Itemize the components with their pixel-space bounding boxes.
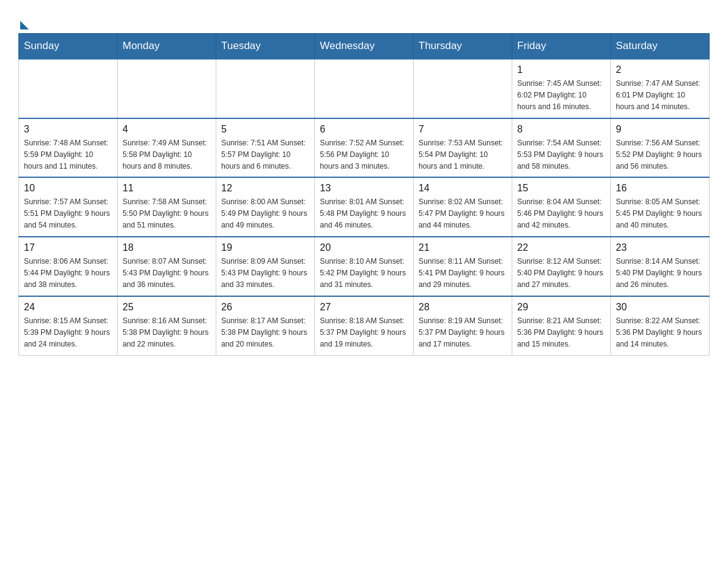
day-info: Sunrise: 7:47 AM Sunset: 6:01 PM Dayligh… [616,78,704,113]
day-number: 29 [517,302,605,313]
day-info: Sunrise: 8:15 AM Sunset: 5:39 PM Dayligh… [24,315,112,350]
calendar-cell: 28Sunrise: 8:19 AM Sunset: 5:37 PM Dayli… [414,296,512,355]
logo-arrow-icon [20,21,29,29]
day-number: 16 [616,183,704,194]
day-number: 9 [616,124,704,135]
day-info: Sunrise: 7:56 AM Sunset: 5:52 PM Dayligh… [616,137,704,172]
calendar-cell: 30Sunrise: 8:22 AM Sunset: 5:36 PM Dayli… [611,296,710,355]
calendar-header-row: SundayMondayTuesdayWednesdayThursdayFrid… [19,34,710,59]
day-info: Sunrise: 7:52 AM Sunset: 5:56 PM Dayligh… [320,137,408,172]
day-info: Sunrise: 8:21 AM Sunset: 5:36 PM Dayligh… [517,315,605,350]
calendar-cell: 22Sunrise: 8:12 AM Sunset: 5:40 PM Dayli… [512,237,611,296]
calendar-cell: 4Sunrise: 7:49 AM Sunset: 5:58 PM Daylig… [118,118,216,178]
calendar-cell: 21Sunrise: 8:11 AM Sunset: 5:41 PM Dayli… [414,237,512,296]
day-number: 22 [517,242,605,253]
day-info: Sunrise: 8:00 AM Sunset: 5:49 PM Dayligh… [221,196,309,231]
calendar-cell: 8Sunrise: 7:54 AM Sunset: 5:53 PM Daylig… [512,118,611,178]
day-info: Sunrise: 8:18 AM Sunset: 5:37 PM Dayligh… [320,315,408,350]
day-info: Sunrise: 8:12 AM Sunset: 5:40 PM Dayligh… [517,256,605,291]
calendar-cell: 17Sunrise: 8:06 AM Sunset: 5:44 PM Dayli… [19,237,118,296]
day-number: 13 [320,183,408,194]
calendar-header-saturday: Saturday [611,34,710,59]
day-info: Sunrise: 8:17 AM Sunset: 5:38 PM Dayligh… [221,315,309,350]
day-number: 19 [221,242,309,253]
calendar-cell [315,59,414,118]
day-info: Sunrise: 8:11 AM Sunset: 5:41 PM Dayligh… [419,256,507,291]
calendar-cell: 1Sunrise: 7:45 AM Sunset: 6:02 PM Daylig… [512,59,611,118]
calendar-cell: 20Sunrise: 8:10 AM Sunset: 5:42 PM Dayli… [315,237,414,296]
calendar-cell: 25Sunrise: 8:16 AM Sunset: 5:38 PM Dayli… [118,296,216,355]
day-info: Sunrise: 8:22 AM Sunset: 5:36 PM Dayligh… [616,315,704,350]
day-number: 26 [221,302,309,313]
calendar-cell: 5Sunrise: 7:51 AM Sunset: 5:57 PM Daylig… [216,118,315,178]
calendar-header-friday: Friday [512,34,611,59]
day-info: Sunrise: 8:05 AM Sunset: 5:45 PM Dayligh… [616,196,704,231]
day-number: 30 [616,302,704,313]
day-info: Sunrise: 8:02 AM Sunset: 5:47 PM Dayligh… [419,196,507,231]
calendar-week-2: 3Sunrise: 7:48 AM Sunset: 5:59 PM Daylig… [19,118,710,178]
calendar-cell [118,59,216,118]
day-number: 20 [320,242,408,253]
day-info: Sunrise: 8:19 AM Sunset: 5:37 PM Dayligh… [419,315,507,350]
calendar-cell: 27Sunrise: 8:18 AM Sunset: 5:37 PM Dayli… [315,296,414,355]
calendar-week-5: 24Sunrise: 8:15 AM Sunset: 5:39 PM Dayli… [19,296,710,355]
calendar-cell: 23Sunrise: 8:14 AM Sunset: 5:40 PM Dayli… [611,237,710,296]
calendar-week-3: 10Sunrise: 7:57 AM Sunset: 5:51 PM Dayli… [19,177,710,237]
calendar-cell: 15Sunrise: 8:04 AM Sunset: 5:46 PM Dayli… [512,177,611,237]
calendar-cell [414,59,512,118]
day-info: Sunrise: 7:54 AM Sunset: 5:53 PM Dayligh… [517,137,605,172]
day-number: 5 [221,124,309,135]
day-info: Sunrise: 8:04 AM Sunset: 5:46 PM Dayligh… [517,196,605,231]
calendar-cell: 18Sunrise: 8:07 AM Sunset: 5:43 PM Dayli… [118,237,216,296]
day-info: Sunrise: 7:49 AM Sunset: 5:58 PM Dayligh… [123,137,211,172]
day-info: Sunrise: 8:09 AM Sunset: 5:43 PM Dayligh… [221,256,309,291]
day-number: 21 [419,242,507,253]
day-number: 10 [24,183,112,194]
day-info: Sunrise: 7:48 AM Sunset: 5:59 PM Dayligh… [24,137,112,172]
logo-general-text [18,18,29,29]
calendar-cell: 26Sunrise: 8:17 AM Sunset: 5:38 PM Dayli… [216,296,315,355]
page-header [18,12,710,27]
calendar-table: SundayMondayTuesdayWednesdayThursdayFrid… [18,33,710,356]
calendar-cell: 6Sunrise: 7:52 AM Sunset: 5:56 PM Daylig… [315,118,414,178]
day-info: Sunrise: 8:07 AM Sunset: 5:43 PM Dayligh… [123,256,211,291]
calendar-cell: 11Sunrise: 7:58 AM Sunset: 5:50 PM Dayli… [118,177,216,237]
calendar-cell: 16Sunrise: 8:05 AM Sunset: 5:45 PM Dayli… [611,177,710,237]
calendar-cell: 7Sunrise: 7:53 AM Sunset: 5:54 PM Daylig… [414,118,512,178]
day-info: Sunrise: 7:51 AM Sunset: 5:57 PM Dayligh… [221,137,309,172]
calendar-cell: 12Sunrise: 8:00 AM Sunset: 5:49 PM Dayli… [216,177,315,237]
day-number: 24 [24,302,112,313]
calendar-cell: 3Sunrise: 7:48 AM Sunset: 5:59 PM Daylig… [19,118,118,178]
day-info: Sunrise: 7:57 AM Sunset: 5:51 PM Dayligh… [24,196,112,231]
calendar-cell: 24Sunrise: 8:15 AM Sunset: 5:39 PM Dayli… [19,296,118,355]
day-number: 25 [123,302,211,313]
day-number: 17 [24,242,112,253]
day-info: Sunrise: 8:06 AM Sunset: 5:44 PM Dayligh… [24,256,112,291]
day-number: 11 [123,183,211,194]
calendar-cell: 14Sunrise: 8:02 AM Sunset: 5:47 PM Dayli… [414,177,512,237]
calendar-cell [216,59,315,118]
calendar-week-4: 17Sunrise: 8:06 AM Sunset: 5:44 PM Dayli… [19,237,710,296]
calendar-cell: 2Sunrise: 7:47 AM Sunset: 6:01 PM Daylig… [611,59,710,118]
day-number: 27 [320,302,408,313]
calendar-header-wednesday: Wednesday [315,34,414,59]
calendar-cell [19,59,118,118]
day-number: 15 [517,183,605,194]
calendar-cell: 19Sunrise: 8:09 AM Sunset: 5:43 PM Dayli… [216,237,315,296]
day-number: 28 [419,302,507,313]
day-info: Sunrise: 8:16 AM Sunset: 5:38 PM Dayligh… [123,315,211,350]
day-info: Sunrise: 8:10 AM Sunset: 5:42 PM Dayligh… [320,256,408,291]
day-number: 1 [517,64,605,75]
day-info: Sunrise: 7:45 AM Sunset: 6:02 PM Dayligh… [517,78,605,113]
day-info: Sunrise: 8:14 AM Sunset: 5:40 PM Dayligh… [616,256,704,291]
day-number: 12 [221,183,309,194]
day-info: Sunrise: 7:53 AM Sunset: 5:54 PM Dayligh… [419,137,507,172]
calendar-cell: 9Sunrise: 7:56 AM Sunset: 5:52 PM Daylig… [611,118,710,178]
day-number: 2 [616,64,704,75]
day-number: 4 [123,124,211,135]
day-number: 14 [419,183,507,194]
day-number: 3 [24,124,112,135]
logo [18,18,29,27]
calendar-cell: 13Sunrise: 8:01 AM Sunset: 5:48 PM Dayli… [315,177,414,237]
day-number: 8 [517,124,605,135]
